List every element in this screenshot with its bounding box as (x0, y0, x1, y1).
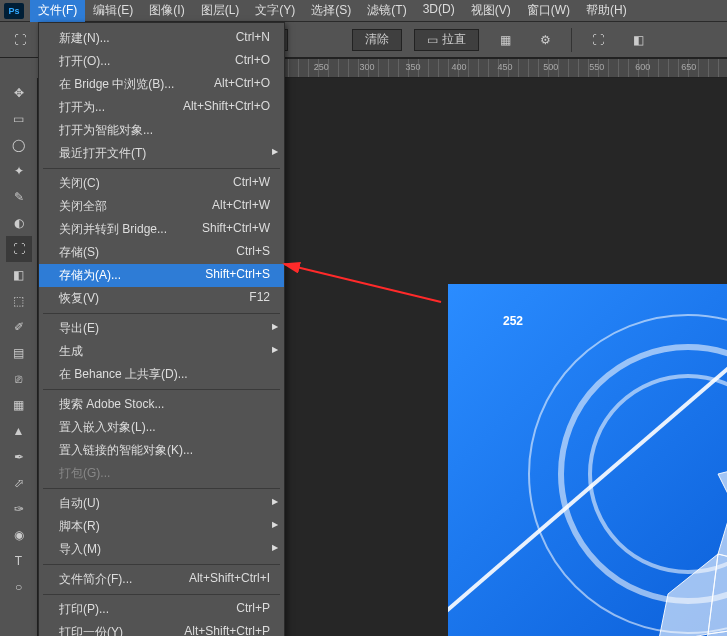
tool-type[interactable]: T (6, 548, 32, 574)
crop-tool-icon[interactable]: ⛶ (6, 26, 34, 54)
file-menu-item[interactable]: 存储(S)Ctrl+S (39, 241, 284, 264)
aspect-icon[interactable]: ◧ (624, 26, 652, 54)
file-menu-item[interactable]: 打开(O)...Ctrl+O (39, 50, 284, 73)
file-menu-item[interactable]: 打印(P)...Ctrl+P (39, 598, 284, 621)
menu-文字(Y)[interactable]: 文字(Y) (247, 0, 303, 22)
artwork-image: 252 (448, 284, 727, 636)
menu-图层(L)[interactable]: 图层(L) (193, 0, 248, 22)
menu-窗口(W)[interactable]: 窗口(W) (519, 0, 578, 22)
file-menu-item[interactable]: 生成 (39, 340, 284, 363)
file-menu-dropdown: 新建(N)...Ctrl+N打开(O)...Ctrl+O在 Bridge 中浏览… (38, 22, 285, 636)
menu-视图(V)[interactable]: 视图(V) (463, 0, 519, 22)
tool-crop[interactable]: ⛶ (6, 236, 32, 262)
file-menu-item[interactable]: 自动(U) (39, 492, 284, 515)
tool-bucket[interactable]: ▤ (6, 340, 32, 366)
menu-编辑(E)[interactable]: 编辑(E) (85, 0, 141, 22)
tool-lasso[interactable]: ◯ (6, 132, 32, 158)
tool-direct[interactable]: ⬀ (6, 470, 32, 496)
grid-icon[interactable]: ▦ (491, 26, 519, 54)
tool-gradient[interactable]: ▦ (6, 392, 32, 418)
file-menu-item[interactable]: 置入链接的智能对象(K)... (39, 439, 284, 462)
menu-separator (43, 313, 280, 314)
file-menu-item[interactable]: 存储为(A)...Shift+Ctrl+S (39, 264, 284, 287)
svg-marker-1 (718, 469, 727, 504)
menu-滤镜(T)[interactable]: 滤镜(T) (359, 0, 414, 22)
file-menu-item[interactable]: 关闭并转到 Bridge...Shift+Ctrl+W (39, 218, 284, 241)
file-menu-item[interactable]: 打开为...Alt+Shift+Ctrl+O (39, 96, 284, 119)
tool-eyedropper[interactable]: ✎ (6, 184, 32, 210)
straighten-button[interactable]: ▭拉直 (414, 29, 479, 51)
tool-drop[interactable]: ▲ (6, 418, 32, 444)
tool-clone[interactable]: ⎚ (6, 366, 32, 392)
menu-文件(F)[interactable]: 文件(F) (30, 0, 85, 22)
gear-icon[interactable]: ⚙ (531, 26, 559, 54)
file-menu-item[interactable]: 在 Behance 上共享(D)... (39, 363, 284, 386)
tool-pen2[interactable]: ✑ (6, 496, 32, 522)
menu-3D(D)[interactable]: 3D(D) (415, 0, 463, 22)
menu-separator (43, 488, 280, 489)
tool-blur[interactable]: ◉ (6, 522, 32, 548)
tool-marquee2[interactable]: ⬚ (6, 288, 32, 314)
file-menu-item[interactable]: 脚本(R) (39, 515, 284, 538)
file-menu-item[interactable]: 文件简介(F)...Alt+Shift+Ctrl+I (39, 568, 284, 591)
file-menu-item[interactable]: 关闭全部Alt+Ctrl+W (39, 195, 284, 218)
clear-button[interactable]: 清除 (352, 29, 402, 51)
file-menu-item[interactable]: 搜索 Adobe Stock... (39, 393, 284, 416)
file-menu-item[interactable]: 恢复(V)F12 (39, 287, 284, 310)
tool-eraser[interactable]: ◧ (6, 262, 32, 288)
tool-healing[interactable]: ◐ (6, 210, 32, 236)
tool-wand[interactable]: ✦ (6, 158, 32, 184)
tool-pen[interactable]: ✒ (6, 444, 32, 470)
menu-选择(S)[interactable]: 选择(S) (303, 0, 359, 22)
tool-brush[interactable]: ✐ (6, 314, 32, 340)
tool-shape[interactable]: ○ (6, 574, 32, 600)
menu-帮助(H)[interactable]: 帮助(H) (578, 0, 635, 22)
tool-move[interactable]: ✥ (6, 80, 32, 106)
file-menu-item[interactable]: 新建(N)...Ctrl+N (39, 27, 284, 50)
file-menu-item[interactable]: 导入(M) (39, 538, 284, 561)
menu-separator (43, 168, 280, 169)
file-menu-item[interactable]: 导出(E) (39, 317, 284, 340)
tool-marquee[interactable]: ▭ (6, 106, 32, 132)
menu-separator (43, 564, 280, 565)
menu-separator (43, 594, 280, 595)
menu-separator (43, 389, 280, 390)
file-menu-item[interactable]: 打开为智能对象... (39, 119, 284, 142)
file-menu-item[interactable]: 置入嵌入对象(L)... (39, 416, 284, 439)
menu-bar: Ps 文件(F)编辑(E)图像(I)图层(L)文字(Y)选择(S)滤镜(T)3D… (0, 0, 727, 22)
toolbox: ✥▭◯✦✎◐⛶◧⬚✐▤⎚▦▲✒⬀✑◉T○ (0, 78, 38, 636)
file-menu-item[interactable]: 在 Bridge 中浏览(B)...Alt+Ctrl+O (39, 73, 284, 96)
file-menu-item: 打包(G)... (39, 462, 284, 485)
file-menu-item[interactable]: 打印一份(Y)Alt+Shift+Ctrl+P (39, 621, 284, 636)
file-menu-item[interactable]: 关闭(C)Ctrl+W (39, 172, 284, 195)
app-badge: Ps (4, 3, 24, 19)
svg-marker-5 (658, 554, 718, 636)
crop-overlay-icon[interactable]: ⛶ (584, 26, 612, 54)
menu-图像(I)[interactable]: 图像(I) (141, 0, 192, 22)
file-menu-item[interactable]: 最近打开文件(T) (39, 142, 284, 165)
